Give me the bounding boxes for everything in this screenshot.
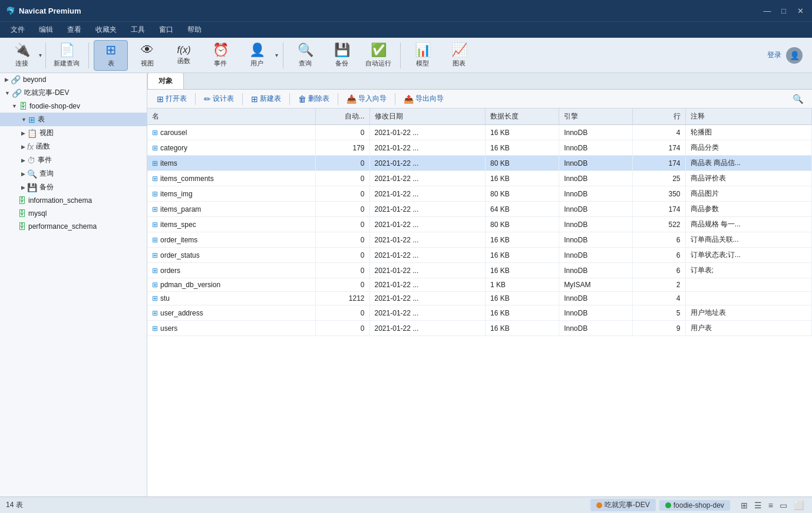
col-header-comment[interactable]: 注释 bbox=[685, 108, 811, 125]
cell-rows: 2 bbox=[633, 278, 685, 292]
maximize-button[interactable]: □ bbox=[778, 5, 790, 17]
toolbar-divider-2 bbox=[88, 42, 89, 68]
view-grid-button[interactable]: ⊞ bbox=[738, 499, 750, 511]
cell-engine: InnoDB bbox=[559, 292, 633, 305]
sidebar-item-views[interactable]: ▶ 📋 视图 bbox=[0, 126, 147, 140]
toolbar-connect-button[interactable]: 🔌 连接 bbox=[5, 40, 39, 71]
table-row-icon: ⊞ bbox=[152, 129, 158, 137]
menu-item-收藏夹[interactable]: 收藏夹 bbox=[90, 22, 123, 37]
table-row[interactable]: ⊞user_address 0 2021-01-22 ... 16 KB Inn… bbox=[147, 305, 812, 321]
menu-item-工具[interactable]: 工具 bbox=[125, 22, 151, 37]
col-header-engine[interactable]: 引擎 bbox=[559, 108, 633, 125]
menu-item-帮助[interactable]: 帮助 bbox=[181, 22, 207, 37]
minimize-button[interactable]: — bbox=[761, 5, 773, 17]
menu-item-文件[interactable]: 文件 bbox=[5, 22, 31, 37]
table-row[interactable]: ⊞category 179 2021-01-22 ... 16 KB InnoD… bbox=[147, 140, 812, 156]
table-row-icon: ⊞ bbox=[152, 281, 158, 289]
col-header-rows[interactable]: 行 bbox=[633, 108, 685, 125]
table-row[interactable]: ⊞users 0 2021-01-22 ... 16 KB InnoDB 9 用… bbox=[147, 321, 812, 336]
cell-auto: 0 bbox=[316, 186, 369, 202]
view-folder-icon: 📋 bbox=[27, 129, 37, 138]
search-icon[interactable]: 🔍 bbox=[789, 93, 807, 106]
table-row[interactable]: ⊞items 0 2021-01-22 ... 80 KB InnoDB 174… bbox=[147, 156, 812, 171]
delete-table-button[interactable]: 🗑 删除表 bbox=[293, 92, 334, 106]
cell-engine: InnoDB bbox=[559, 156, 633, 171]
menu-item-窗口[interactable]: 窗口 bbox=[153, 22, 179, 37]
export-wizard-button[interactable]: 📤 导出向导 bbox=[399, 92, 448, 106]
table-label: 表 bbox=[108, 59, 114, 68]
table-row[interactable]: ⊞items_param 0 2021-01-22 ... 64 KB Inno… bbox=[147, 202, 812, 217]
delete-table-label: 删除表 bbox=[308, 94, 329, 104]
sidebar-item-foodie[interactable]: ▼ 🗄 foodie-shop-dev bbox=[0, 100, 147, 113]
cell-rows: 9 bbox=[633, 321, 685, 336]
table-row[interactable]: ⊞carousel 0 2021-01-22 ... 16 KB InnoDB … bbox=[147, 125, 812, 140]
col-header-date[interactable]: 修改日期 bbox=[369, 108, 486, 125]
menu-item-编辑[interactable]: 编辑 bbox=[33, 22, 59, 37]
table-row[interactable]: ⊞order_items 0 2021-01-22 ... 16 KB Inno… bbox=[147, 232, 812, 248]
event-icon: ⏰ bbox=[213, 42, 229, 58]
data-table: 名 自动... 修改日期 数据长度 引擎 行 注释 ⊞carousel 0 20… bbox=[147, 108, 812, 336]
window-controls: — □ ✕ bbox=[761, 5, 806, 17]
table-row[interactable]: ⊞items_spec 0 2021-01-22 ... 80 KB InnoD… bbox=[147, 217, 812, 232]
toolbar-user-button[interactable]: 👤 用户 bbox=[240, 40, 274, 71]
close-button[interactable]: ✕ bbox=[794, 5, 806, 17]
toolbar-backup-button[interactable]: 💾 备份 bbox=[325, 40, 359, 71]
new-table-button[interactable]: ⊞ 新建表 bbox=[246, 92, 286, 106]
toolbar-query-button[interactable]: 🔍 查询 bbox=[288, 40, 322, 71]
toolbar-function-button[interactable]: f(x) 函数 bbox=[167, 40, 201, 71]
toolbar-table-button[interactable]: ⊞ 表 bbox=[94, 40, 128, 71]
login-label[interactable]: 登录 bbox=[767, 50, 781, 60]
user-arrow[interactable]: ▾ bbox=[275, 52, 278, 58]
sidebar-item-perf-schema[interactable]: ▶ 🗄 performance_schema bbox=[0, 220, 147, 233]
table-row[interactable]: ⊞pdman_db_version 0 2021-01-22 ... 1 KB … bbox=[147, 278, 812, 292]
cell-auto: 1212 bbox=[316, 292, 369, 305]
cell-size: 80 KB bbox=[486, 217, 559, 232]
toolbar-model-button[interactable]: 📊 模型 bbox=[405, 40, 440, 71]
table-row[interactable]: ⊞items_comments 0 2021-01-22 ... 16 KB I… bbox=[147, 171, 812, 186]
sidebar-item-tables[interactable]: ▼ ⊞ 表 bbox=[0, 113, 147, 126]
sidebar-item-backups[interactable]: ▶ 💾 备份 bbox=[0, 180, 147, 194]
status-tab1-label: 吃就完事-DEV bbox=[605, 500, 650, 510]
delete-table-icon: 🗑 bbox=[298, 94, 306, 104]
toolbar-newquery-button[interactable]: 📄 新建查询 bbox=[49, 40, 84, 71]
connect-arrow[interactable]: ▾ bbox=[39, 52, 42, 58]
sidebar-item-chijiu[interactable]: ▼ 🔗 吃就完事-DEV bbox=[0, 86, 147, 100]
sidebar-item-beyond[interactable]: ▶ 🔗 beyond bbox=[0, 73, 147, 86]
table-row[interactable]: ⊞stu 1212 2021-01-22 ... 16 KB InnoDB 4 bbox=[147, 292, 812, 305]
status-tab-chijiu[interactable]: 吃就完事-DEV bbox=[590, 499, 656, 511]
view-detail-button[interactable]: ≡ bbox=[766, 499, 775, 511]
col-header-auto[interactable]: 自动... bbox=[316, 108, 369, 125]
toolbar-chart-button[interactable]: 📈 图表 bbox=[442, 40, 476, 71]
import-wizard-button[interactable]: 📥 导入向导 bbox=[342, 92, 391, 106]
cell-auto: 0 bbox=[316, 156, 369, 171]
toolbar-view-button[interactable]: 👁 视图 bbox=[130, 40, 164, 71]
cell-comment: 商品表 商品信... bbox=[685, 156, 811, 171]
sidebar-item-functions[interactable]: ▶ fx 函数 bbox=[0, 140, 147, 153]
col-header-name[interactable]: 名 bbox=[147, 108, 316, 125]
sidebar-item-events[interactable]: ▶ ⏱ 事件 bbox=[0, 153, 147, 167]
toolbar-event-button[interactable]: ⏰ 事件 bbox=[203, 40, 237, 71]
col-header-size[interactable]: 数据长度 bbox=[486, 108, 559, 125]
cell-date: 2021-01-22 ... bbox=[369, 125, 486, 140]
toolbar-autorun-button[interactable]: ✅ 自动运行 bbox=[361, 40, 395, 71]
sidebar-item-info-schema[interactable]: ▶ 🗄 information_schema bbox=[0, 194, 147, 207]
status-tab-foodie[interactable]: foodie-shop-dev bbox=[659, 500, 730, 511]
table-row[interactable]: ⊞orders 0 2021-01-22 ... 16 KB InnoDB 6 … bbox=[147, 263, 812, 278]
table-row[interactable]: ⊞order_status 0 2021-01-22 ... 16 KB Inn… bbox=[147, 248, 812, 263]
tab-object[interactable]: 对象 bbox=[147, 73, 184, 89]
design-table-button[interactable]: ✏ 设计表 bbox=[199, 92, 239, 106]
cell-date: 2021-01-22 ... bbox=[369, 263, 486, 278]
toolbar-divider-1 bbox=[45, 42, 46, 68]
cell-date: 2021-01-22 ... bbox=[369, 292, 486, 305]
view-large-button[interactable]: ⬜ bbox=[791, 499, 806, 511]
open-table-button[interactable]: ⊞ 打开表 bbox=[152, 92, 192, 106]
menu-item-查看[interactable]: 查看 bbox=[61, 22, 87, 37]
sidebar-item-mysql[interactable]: ▶ 🗄 mysql bbox=[0, 207, 147, 220]
table-row-icon: ⊞ bbox=[152, 324, 158, 333]
view-list-button[interactable]: ☰ bbox=[752, 499, 764, 511]
table-row[interactable]: ⊞items_img 0 2021-01-22 ... 80 KB InnoDB… bbox=[147, 186, 812, 202]
cell-comment: 商品参数 bbox=[685, 202, 811, 217]
content-pane: 对象 ⊞ 打开表 ✏ 设计表 ⊞ 新建表 🗑 删除表 bbox=[147, 73, 812, 496]
sidebar-item-queries[interactable]: ▶ 🔍 查询 bbox=[0, 167, 147, 180]
view-small-button[interactable]: ▭ bbox=[777, 499, 790, 511]
